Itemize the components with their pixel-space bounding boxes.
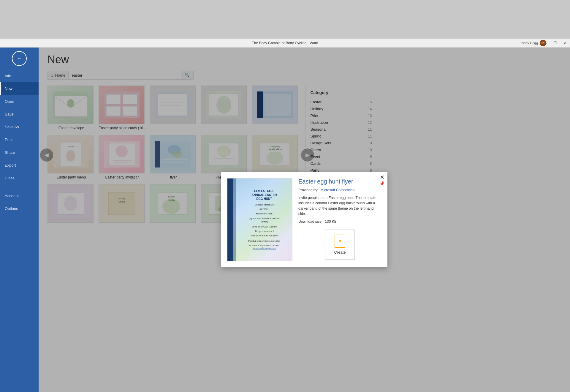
modal-pin-button[interactable]: 📌 [379, 181, 384, 186]
modal-download-label: Download size: [298, 219, 322, 224]
sidebar-item-close[interactable]: Close [0, 172, 39, 184]
flyer-text-8: Food & refreshments provided [246, 239, 283, 243]
create-icon [335, 235, 345, 248]
window-title: The Body Gamble or Body Cycling - Word [252, 41, 318, 45]
modal-body: ELM ESTATES ANNUAL EASTER EGG HUNT Sunda… [221, 172, 387, 267]
help-button[interactable]: ? [531, 39, 540, 47]
modal-description: Invite people to an Easter egg hunt. The… [298, 195, 381, 216]
sidebar-item-export[interactable]: Export [0, 159, 39, 172]
flyer-text-5: Bring Your Own Basket! [246, 225, 283, 228]
modal-overlay: ✕ 📌 ELM ESTATES [39, 48, 570, 392]
modal-preview: ELM ESTATES ANNUAL EASTER EGG HUNT Sunda… [227, 178, 292, 261]
flyer-title-1: ELM ESTATES [246, 189, 283, 193]
sidebar-item-share[interactable]: Share [0, 146, 39, 159]
create-button[interactable]: Create [325, 230, 355, 260]
close-window-button[interactable]: ✕ [560, 39, 570, 47]
taskbar-area [0, 0, 570, 39]
sidebar-item-save[interactable]: Save [0, 108, 39, 121]
modal-preview-inner: ELM ESTATES ANNUAL EASTER EGG HUNT Sunda… [227, 178, 292, 261]
sidebar-item-open[interactable]: Open [0, 95, 39, 108]
modal-provider: Provided by: Microsoft Corporation [298, 188, 381, 192]
modal-download: Download size: 130 KB [298, 219, 381, 224]
flyer-text-6: All ages welcome! [246, 230, 283, 233]
sidebar-item-save-as[interactable]: Save As [0, 121, 39, 133]
content-area: New ⌂ Home 🔍 ◀ [39, 48, 570, 392]
modal-close-button[interactable]: ✕ [380, 175, 384, 180]
title-bar-controls: ? — ❐ ✕ [531, 39, 570, 47]
sidebar: ← Info New Open Save Save As Print Share [0, 48, 39, 392]
flyer-content: ELM ESTATES ANNUAL EASTER EGG HUNT Sunda… [241, 183, 287, 255]
flyer-title-3: EGG HUNT [246, 197, 283, 201]
flyer-text-2: At 2 P.M. [246, 208, 283, 211]
minimize-button[interactable]: — [540, 39, 550, 47]
modal-title: Easter egg hunt flyer [298, 178, 381, 185]
sidebar-item-options[interactable]: Options [0, 202, 39, 215]
title-bar: The Body Gamble or Body Cycling - Word C… [0, 39, 570, 48]
flyer-text-1: Sunday, March 16 [246, 203, 283, 206]
back-button[interactable]: ← [12, 51, 27, 66]
flyer-text-3: McGovern Park [246, 212, 283, 215]
modal-provider-link[interactable]: Microsoft Corporation [321, 188, 355, 192]
modal-dialog: ✕ 📌 ELM ESTATES [221, 172, 387, 267]
modal-provider-label: Provided by: [298, 188, 318, 192]
sidebar-divider [0, 187, 39, 187]
sidebar-item-account[interactable]: Account [0, 189, 39, 202]
flyer-email: someone@example.com [246, 247, 283, 249]
sidebar-item-print[interactable]: Print [0, 133, 39, 146]
modal-download-size: 130 KB [325, 219, 336, 224]
flyer-text-4: (By the east entrance on Oak Street) [246, 217, 283, 223]
flyer-title-2: ANNUAL EASTER [246, 193, 283, 197]
flyer-text-7: Join us for fun in the park! [246, 234, 283, 237]
modal-info: Easter egg hunt flyer Provided by: Micro… [298, 178, 381, 261]
sidebar-item-new[interactable]: New [0, 82, 39, 95]
flyer-text-9: For more information, e-mail [246, 244, 283, 247]
maximize-button[interactable]: ❐ [550, 39, 560, 47]
create-label: Create [334, 250, 346, 255]
sidebar-item-info[interactable]: Info [0, 69, 39, 82]
word-window: The Body Gamble or Body Cycling - Word C… [0, 39, 570, 392]
main-layout: ← Info New Open Save Save As Print Share [0, 48, 570, 392]
create-button-container: Create [298, 230, 381, 260]
